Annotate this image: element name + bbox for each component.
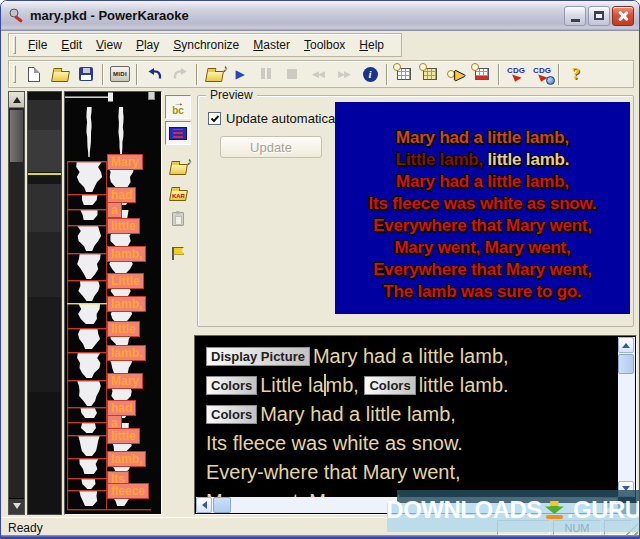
- sync-word-label[interactable]: little: [107, 428, 140, 444]
- tag-chip-colors[interactable]: Colors: [364, 376, 415, 395]
- checkbox-box[interactable]: [208, 112, 221, 125]
- sync-word-label[interactable]: lamb,: [107, 246, 146, 262]
- open-audio-button[interactable]: ♪: [201, 62, 227, 86]
- midi-button[interactable]: MIDI: [107, 62, 133, 86]
- text-sync-tool-button[interactable]: →bc: [165, 95, 191, 119]
- redo-button[interactable]: [167, 62, 193, 86]
- undo-button[interactable]: [141, 62, 167, 86]
- paste-button[interactable]: [165, 207, 191, 231]
- sync-word-label[interactable]: little: [107, 218, 140, 234]
- pause-button[interactable]: [253, 62, 279, 86]
- info-button[interactable]: i: [357, 62, 383, 86]
- preview-group-label: Preview: [206, 88, 257, 102]
- update-automatically-checkbox[interactable]: Update automaticaly: [208, 111, 345, 126]
- editor-line: Every-where that Mary went,: [206, 458, 618, 487]
- menu-item-synchronize[interactable]: Synchronize: [166, 35, 246, 55]
- sync-word-label[interactable]: had: [107, 187, 136, 203]
- editor-line: ColorsMary had a little lamb,: [206, 400, 618, 429]
- scroll-down-button[interactable]: [9, 498, 24, 514]
- editor-hscroll-thumb[interactable]: [213, 497, 231, 513]
- preview-group: Preview Update automaticaly Update Mary …: [197, 95, 634, 327]
- waveform-overview[interactable]: [27, 91, 62, 515]
- menu-grip[interactable]: [13, 36, 16, 54]
- sync-word-label[interactable]: Little: [107, 273, 144, 289]
- sync-play-button[interactable]: ▶: [443, 62, 469, 86]
- menu-item-view[interactable]: View: [89, 35, 129, 55]
- sync-word-label[interactable]: lamb,: [107, 296, 146, 312]
- menu-row: FileEditViewPlaySynchronizeMasterToolbox…: [1, 31, 639, 59]
- karaoke-line: Everywhere that Mary went,: [335, 215, 630, 237]
- editor-line: Mary went, Mary went,: [206, 487, 618, 497]
- sync-word-label[interactable]: lamb,: [107, 451, 146, 467]
- lyrics-editor[interactable]: Display PictureMary had a little lamb,Co…: [194, 335, 637, 515]
- status-text: Ready: [8, 521, 43, 535]
- rewind-button[interactable]: ◀◀: [305, 62, 331, 86]
- sync-word-label[interactable]: had: [107, 400, 136, 416]
- overview-position-marker: [28, 173, 61, 175]
- sync-grid-edit-button[interactable]: [417, 62, 443, 86]
- save-button[interactable]: [73, 62, 99, 86]
- tag-chip-colors[interactable]: Colors: [206, 405, 257, 424]
- karaoke-line: Little lamb, little lamb.: [335, 149, 630, 171]
- editor-scroll-right-button[interactable]: [602, 497, 618, 513]
- lyric-text: Mary went, Mary went,: [206, 490, 407, 497]
- editor-scroll-up-button[interactable]: [618, 337, 634, 353]
- waveform-panel[interactable]: Maryhadalittlelamb,Littlelamb,littlelamb…: [64, 91, 162, 515]
- lyric-text: Little la: [260, 374, 323, 396]
- title-bar: mary.pkd - PowerKaraoke: [1, 1, 639, 31]
- sync-word-label[interactable]: Mary: [107, 373, 143, 389]
- sync-word-label[interactable]: a: [107, 202, 122, 218]
- waveform-scrollbar[interactable]: [8, 91, 25, 515]
- editor-line: Display PictureMary had a little lamb,: [206, 342, 618, 371]
- editor-vscroll-thumb[interactable]: [618, 354, 634, 374]
- editor-hscrollbar[interactable]: [196, 497, 618, 513]
- fast-forward-button[interactable]: ▶▶: [331, 62, 357, 86]
- menu-item-play[interactable]: Play: [129, 35, 166, 55]
- waveform-slider-tab[interactable]: [148, 91, 155, 100]
- bookmark-flag-button[interactable]: [165, 241, 191, 265]
- sync-word-label[interactable]: little: [107, 321, 140, 337]
- menu-item-master[interactable]: Master: [246, 35, 297, 55]
- menu-item-file[interactable]: File: [21, 35, 54, 55]
- toolbar-row: MIDI♪▶◀◀▶▶i▶CDGCDG?: [1, 59, 639, 89]
- window-title: mary.pkd - PowerKaraoke: [30, 8, 564, 23]
- tag-chip-colors[interactable]: Colors: [206, 376, 257, 395]
- toolbar-separator: [102, 64, 104, 85]
- toolbar-separator: [558, 64, 560, 85]
- stop-button[interactable]: [279, 62, 305, 86]
- open-button[interactable]: [47, 62, 73, 86]
- status-cell-1: [497, 520, 550, 535]
- lyric-text: Mary had a little lamb,: [313, 345, 509, 367]
- editor-scroll-down-button[interactable]: [618, 481, 634, 497]
- karaoke-line: Mary had a little lamb,: [335, 127, 630, 149]
- sync-screen-button[interactable]: [469, 62, 495, 86]
- editor-content[interactable]: Display PictureMary had a little lamb,Co…: [196, 337, 618, 497]
- sync-grid-button[interactable]: [391, 62, 417, 86]
- menu-item-toolbox[interactable]: Toolbox: [297, 35, 352, 55]
- new-button[interactable]: [21, 62, 47, 86]
- menu-bar: FileEditViewPlaySynchronizeMasterToolbox…: [8, 33, 402, 57]
- sync-word-label[interactable]: Mary: [107, 154, 143, 170]
- scroll-up-button[interactable]: [9, 92, 24, 108]
- toolbar-grip[interactable]: [13, 65, 16, 83]
- tag-chip-display-picture[interactable]: Display Picture: [206, 347, 310, 366]
- open-karaoke-file-button[interactable]: ♪: [165, 155, 191, 179]
- toolbar-separator: [196, 64, 198, 85]
- editor-scroll-left-button[interactable]: [196, 497, 212, 513]
- open-kar-file-button[interactable]: KAR: [165, 181, 191, 205]
- play-button[interactable]: ▶: [227, 62, 253, 86]
- preview-toggle-button[interactable]: [165, 121, 191, 145]
- cdg-burn-button[interactable]: CDG: [529, 62, 555, 86]
- sync-word-label[interactable]: lamb.: [107, 345, 146, 361]
- scroll-thumb[interactable]: [10, 110, 23, 162]
- update-button[interactable]: Update: [220, 136, 322, 158]
- close-button[interactable]: [612, 6, 634, 26]
- menu-item-help[interactable]: Help: [352, 35, 391, 55]
- menu-item-edit[interactable]: Edit: [54, 35, 89, 55]
- editor-vscrollbar[interactable]: [618, 337, 635, 497]
- help-button[interactable]: ?: [563, 62, 589, 86]
- sync-word-label[interactable]: fleece: [107, 483, 149, 499]
- cdg-export-button[interactable]: CDG: [503, 62, 529, 86]
- minimize-button[interactable]: [564, 6, 586, 26]
- maximize-button[interactable]: [588, 6, 610, 26]
